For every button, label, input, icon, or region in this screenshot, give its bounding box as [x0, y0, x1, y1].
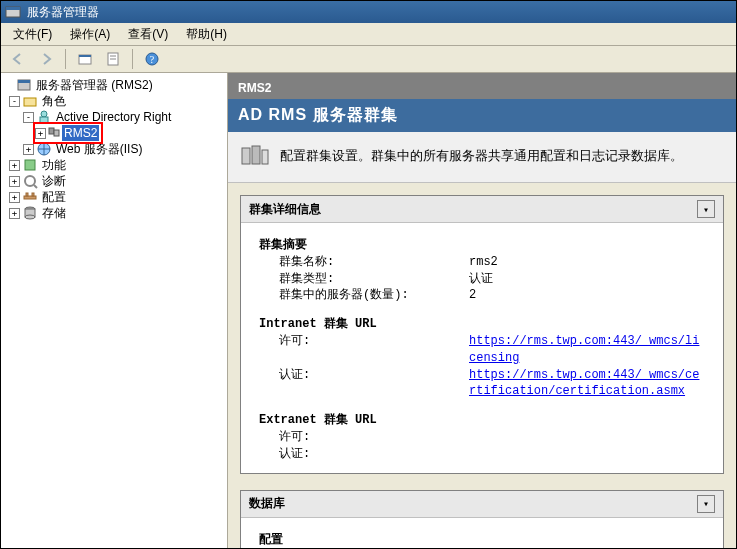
kv-cluster-type: 群集类型: 认证: [259, 271, 705, 288]
svg-point-18: [25, 176, 35, 186]
page-title: AD RMS 服务器群集: [228, 99, 736, 132]
back-button[interactable]: [5, 47, 31, 71]
tree-storage-label: 存储: [40, 205, 68, 221]
panel-cluster-details: 群集详细信息 ▾ 群集摘要 群集名称: rms2 群集类型: 认证: [240, 195, 724, 474]
toolbar-separator-2: [132, 49, 133, 69]
menubar: 文件(F) 操作(A) 查看(V) 帮助(H): [1, 23, 736, 46]
intranet-licensing-key: 许可:: [259, 333, 469, 367]
server-manager-icon: [16, 77, 32, 93]
help-button[interactable]: ?: [139, 47, 165, 71]
group-extranet-url: Extranet 群集 URL: [259, 412, 705, 429]
breadcrumb-text: RMS2: [238, 81, 271, 95]
svg-rect-10: [18, 80, 30, 83]
forward-button[interactable]: [33, 47, 59, 71]
up-button[interactable]: [72, 47, 98, 71]
group-cluster-summary: 群集摘要: [259, 237, 705, 254]
cluster-icon: [238, 140, 270, 172]
svg-rect-22: [32, 193, 34, 196]
rms2-highlight: + RMS2: [33, 122, 103, 144]
tree-rms2[interactable]: + RMS2: [3, 125, 225, 141]
menu-help[interactable]: 帮助(H): [178, 24, 235, 45]
extranet-licensing-val: [469, 429, 705, 446]
app-icon: [5, 4, 21, 20]
group-intranet-url: Intranet 群集 URL: [259, 316, 705, 333]
collapse-icon-2[interactable]: ▾: [697, 495, 715, 513]
tree-pane[interactable]: 服务器管理器 (RMS2) - 角色: [1, 73, 228, 548]
svg-rect-28: [262, 150, 268, 164]
group-db-config: 配置: [259, 532, 705, 548]
svg-point-12: [41, 111, 47, 117]
panel-title-cluster: 群集详细信息: [249, 201, 321, 218]
intranet-cert-key: 认证:: [259, 367, 469, 401]
toolbar: ?: [1, 46, 736, 73]
kv-intranet-licensing: 许可: https://rms.twp.com:443/_wmcs/licens…: [259, 333, 705, 367]
content-scroll[interactable]: 群集详细信息 ▾ 群集摘要 群集名称: rms2 群集类型: 认证: [228, 183, 736, 548]
extranet-licensing-key: 许可:: [259, 429, 469, 446]
panel-header-database[interactable]: 数据库 ▾: [241, 491, 723, 518]
breadcrumb: RMS2: [228, 77, 736, 99]
svg-rect-27: [252, 146, 260, 164]
extranet-cert-val: [469, 446, 705, 463]
kv-extranet-cert: 认证:: [259, 446, 705, 463]
tree-features[interactable]: + 功能: [3, 157, 225, 173]
cluster-type-key: 群集类型:: [259, 271, 469, 288]
roles-icon: [22, 93, 38, 109]
intranet-licensing-link[interactable]: https://rms.twp.com:443/_wmcs/licensing: [469, 334, 699, 365]
tree-features-label: 功能: [40, 157, 68, 173]
tree-diagnostics-label: 诊断: [40, 173, 68, 189]
window-title: 服务器管理器: [27, 4, 99, 21]
kv-cluster-name: 群集名称: rms2: [259, 254, 705, 271]
svg-point-25: [25, 215, 35, 219]
panel-title-database: 数据库: [249, 495, 285, 512]
features-icon: [22, 157, 38, 173]
svg-rect-1: [6, 7, 20, 10]
svg-rect-11: [24, 98, 36, 106]
tree-storage[interactable]: + 存储: [3, 205, 225, 221]
properties-button[interactable]: [100, 47, 126, 71]
tree-root[interactable]: 服务器管理器 (RMS2): [3, 77, 225, 93]
panel-database: 数据库 ▾ 配置 服务器名称: ADSV2 数据库名称: DRMS_Config…: [240, 490, 724, 548]
page-title-text: AD RMS 服务器群集: [238, 106, 398, 123]
subheader: 配置群集设置。群集中的所有服务器共享通用配置和日志记录数据库。: [228, 132, 736, 183]
svg-rect-17: [25, 160, 35, 170]
cluster-name-key: 群集名称:: [259, 254, 469, 271]
tree-config-label: 配置: [40, 189, 68, 205]
tree-config[interactable]: + 配置: [3, 189, 225, 205]
svg-rect-3: [79, 55, 91, 57]
kv-extranet-licensing: 许可:: [259, 429, 705, 446]
svg-rect-14: [49, 128, 54, 134]
intranet-cert-link[interactable]: https://rms.twp.com:443/_wmcs/certificat…: [469, 368, 699, 399]
collapse-icon[interactable]: ▾: [697, 200, 715, 218]
cluster-type-val: 认证: [469, 271, 705, 288]
extranet-cert-key: 认证:: [259, 446, 469, 463]
content-pane: RMS2 AD RMS 服务器群集 配置群集设置。群集中的所有服务器共享通用配置…: [228, 73, 736, 548]
svg-line-19: [34, 185, 37, 188]
cluster-name-val: rms2: [469, 254, 705, 271]
titlebar: 服务器管理器: [1, 1, 736, 23]
menu-action[interactable]: 操作(A): [62, 24, 118, 45]
tree-roles[interactable]: - 角色: [3, 93, 225, 109]
svg-rect-15: [54, 130, 59, 136]
rms2-icon: [46, 125, 62, 141]
svg-rect-26: [242, 148, 250, 164]
panel-header-cluster[interactable]: 群集详细信息 ▾: [241, 196, 723, 223]
tree-diagnostics[interactable]: + 诊断: [3, 173, 225, 189]
server-count-val: 2: [469, 287, 705, 304]
svg-rect-21: [26, 193, 28, 196]
subheader-text: 配置群集设置。群集中的所有服务器共享通用配置和日志记录数据库。: [280, 147, 683, 165]
toolbar-separator: [65, 49, 66, 69]
config-icon: [22, 189, 38, 205]
svg-text:?: ?: [150, 54, 155, 65]
menu-view[interactable]: 查看(V): [120, 24, 176, 45]
kv-intranet-cert: 认证: https://rms.twp.com:443/_wmcs/certif…: [259, 367, 705, 401]
menu-file[interactable]: 文件(F): [5, 24, 60, 45]
diagnostics-icon: [22, 173, 38, 189]
storage-icon: [22, 205, 38, 221]
tree-root-label: 服务器管理器 (RMS2): [34, 77, 155, 93]
tree-rms2-label: RMS2: [62, 125, 99, 141]
tree-roles-label: 角色: [40, 93, 68, 109]
kv-server-count: 群集中的服务器(数量): 2: [259, 287, 705, 304]
server-count-key: 群集中的服务器(数量):: [259, 287, 469, 304]
